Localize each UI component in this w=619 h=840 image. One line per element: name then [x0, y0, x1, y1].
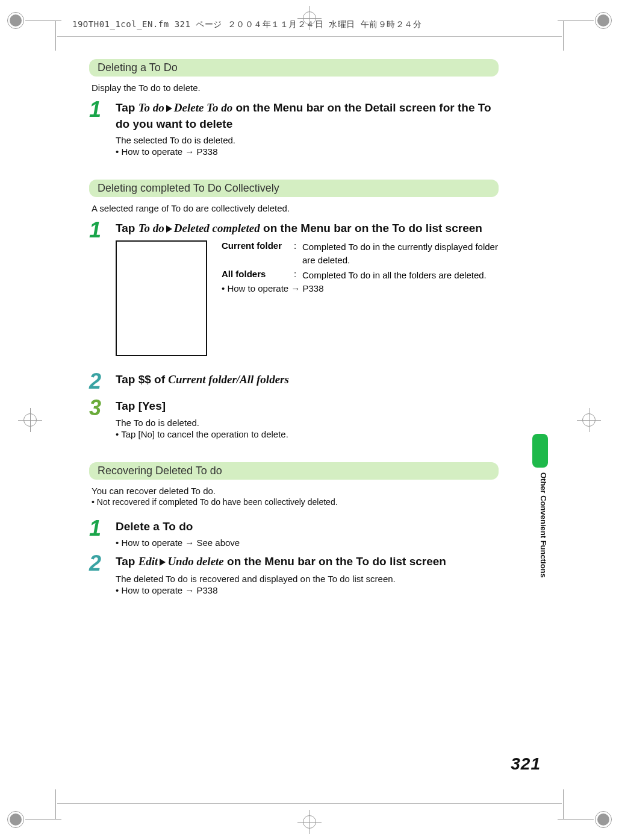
reg-mark-right — [577, 408, 601, 432]
section-heading-deleting-collectively: Deleting completed To Do Collectively — [89, 180, 499, 197]
section3-intro-bullet: Not recovered if completed To do have be… — [92, 497, 338, 507]
side-tab-label: Other Convenient Functions — [532, 472, 548, 578]
svg-marker-2 — [160, 559, 166, 566]
section-heading-deleting: Deleting a To Do — [89, 59, 499, 77]
svg-marker-1 — [166, 225, 172, 233]
step-title: Tap $$ of Current folder/All folders — [116, 372, 499, 387]
def-term: All folders — [222, 269, 294, 283]
step-title: Tap To doDeleted completed on the Menu b… — [116, 221, 499, 237]
def-desc: Completed To do in all the folders are d… — [302, 269, 499, 283]
step-note: The selected To do is deleted. — [116, 135, 499, 145]
page: 19OTH01_1col_EN.fm 321 ページ ２００４年１１月２４日 水… — [0, 0, 619, 840]
step-number: 3 — [89, 397, 116, 419]
step-bullet: How to operate → P338 — [222, 283, 499, 293]
crop-mark-tl — [7, 12, 55, 60]
trim-line-top — [57, 36, 562, 37]
page-number: 321 — [511, 754, 541, 774]
step-bullet: How to operate → P338 — [116, 146, 499, 157]
definition-table: Current folder : Completed To do in the … — [222, 240, 499, 356]
step-note: The deleted To do is recovered and displ… — [116, 574, 499, 584]
side-tab-bar — [532, 434, 548, 468]
step-number: 1 — [89, 518, 116, 539]
step-number: 1 — [89, 219, 116, 241]
reg-mark-left — [18, 408, 42, 432]
step-title: Tap To doDelete To do on the Menu bar on… — [116, 100, 499, 131]
trim-line-bottom — [57, 803, 562, 804]
section2-step1: 1 Tap To doDeleted completed on the Menu… — [89, 221, 499, 356]
step-title: Delete a To do — [116, 519, 499, 534]
step-bullet: How to operate → See above — [116, 538, 499, 548]
section3-step2: 2 Tap EditUndo delete on the Menu bar on… — [89, 554, 499, 595]
section2-intro: A selected range of To do are collective… — [92, 203, 499, 213]
reg-mark-bottom — [297, 810, 322, 834]
step-title: Tap EditUndo delete on the Menu bar on t… — [116, 554, 499, 570]
step-number: 1 — [89, 99, 116, 121]
step-bullet: Tap [No] to cancel the operation to dele… — [116, 429, 499, 439]
section2-step3: 3 Tap [Yes] The To do is deleted. Tap [N… — [89, 398, 499, 439]
triangle-right-icon — [166, 221, 172, 237]
section2-step2: 2 Tap $$ of Current folder/All folders — [89, 372, 499, 392]
step-number: 2 — [89, 371, 116, 392]
step-note: The To do is deleted. — [116, 418, 499, 428]
crop-mark-tr — [564, 12, 612, 60]
page-content: Deleting a To Do Display the To do to de… — [89, 59, 499, 601]
svg-marker-0 — [166, 105, 172, 112]
section3-intro: You can recover deleted To do. — [92, 486, 499, 496]
section1-intro: Display the To do to delete. — [92, 83, 499, 93]
screenshot-placeholder — [116, 240, 207, 356]
triangle-right-icon — [166, 101, 172, 116]
section1-step1: 1 Tap To doDelete To do on the Menu bar … — [89, 100, 499, 157]
step-number: 2 — [89, 553, 116, 574]
side-tab: Other Convenient Functions — [532, 434, 548, 609]
section-heading-recovering: Recovering Deleted To do — [89, 462, 499, 480]
def-term: Current folder — [222, 240, 294, 268]
crop-mark-br — [564, 780, 612, 828]
step-title: Tap [Yes] — [116, 398, 499, 414]
section3-step1: 1 Delete a To do How to operate → See ab… — [89, 519, 499, 548]
triangle-right-icon — [160, 554, 166, 570]
crop-mark-bl — [7, 780, 55, 828]
file-meta-header: 19OTH01_1col_EN.fm 321 ページ ２００４年１１月２４日 水… — [72, 19, 421, 30]
def-desc: Completed To do in the currently display… — [302, 240, 499, 268]
step-bullet: How to operate → P338 — [116, 585, 499, 595]
